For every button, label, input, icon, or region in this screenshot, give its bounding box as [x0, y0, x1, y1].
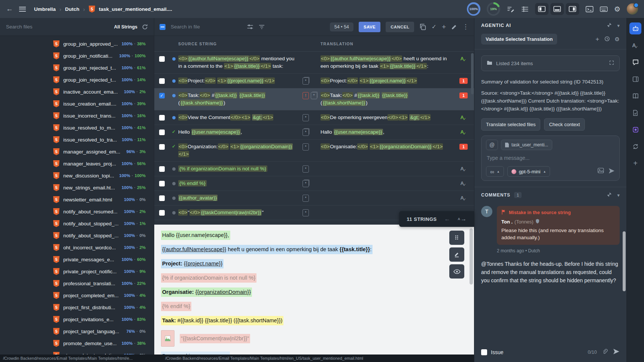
file-list-item[interactable]: 5issue_creation_email....100%·39% — [0, 98, 154, 110]
breadcrumb-file[interactable]: task_user_mentioned_email.... — [99, 6, 172, 12]
attach-paperclip-icon[interactable] — [602, 349, 608, 356]
alert-icon[interactable]: ! — [303, 92, 309, 99]
translate-selected-files-button[interactable]: Translate selected files — [481, 118, 540, 131]
source-string-cell[interactable]: <0>Organization:</0> <1>{{organizationDo… — [178, 143, 303, 158]
string-row[interactable]: <0>View the Comment</0><1> &gt;</1>*<0>D… — [154, 110, 474, 125]
new-chat-icon[interactable]: + — [596, 36, 599, 42]
source-string-cell[interactable]: {% if organizationDomain is not null %} — [178, 165, 303, 173]
file-list-item[interactable]: 5notify_about_resumed...100%·2% — [0, 206, 154, 217]
file-list-item[interactable]: 5project_target_languag...76%·0% — [0, 325, 154, 337]
context-multi-icon[interactable]: * — [303, 77, 309, 85]
file-list-item[interactable]: 5private_project_notific...100%·9% — [0, 265, 154, 277]
chevron-down-icon[interactable]: ▾ — [617, 192, 620, 198]
keyboard-icon[interactable] — [600, 6, 608, 12]
side-panel-icon[interactable] — [629, 73, 641, 85]
cancel-button[interactable]: CANCEL — [386, 22, 414, 32]
check-context-button[interactable]: Check context — [544, 118, 584, 131]
layout-bottom-panel-icon[interactable] — [550, 3, 564, 15]
comments-panel-icon[interactable] — [629, 56, 641, 68]
file-list-item[interactable]: 5project_invitations_e...100%·83% — [0, 313, 154, 325]
file-list-item[interactable]: 5new_strings_email.ht...100%·25% — [0, 182, 154, 194]
copy-source-icon[interactable] — [419, 24, 426, 30]
string-checkbox[interactable] — [159, 144, 165, 150]
context-icon[interactable]: * — [303, 209, 309, 216]
edit-pencil-icon[interactable] — [451, 24, 457, 30]
file-list-item[interactable]: 5group_join_approved_...100%·38% — [0, 38, 154, 50]
string-checkbox[interactable] — [159, 195, 165, 201]
table-view-icon[interactable] — [521, 6, 529, 12]
source-string-cell[interactable]: <0>{{author.fullName|escape}}</0> mentio… — [178, 55, 303, 70]
string-row[interactable]: {% endif %}*A✓ — [154, 176, 474, 191]
string-row[interactable]: <0>{{author.fullName|escape}}</0> mentio… — [154, 52, 474, 74]
file-list-item[interactable]: 5new_discussion_topi...100%·100% — [0, 170, 154, 182]
string-row[interactable]: ✓Hello {{user.name|escape}},*Hallo {{use… — [154, 125, 474, 140]
file-list-item[interactable]: 5newsletter_email.html100%·0% — [0, 194, 154, 206]
preview-edit-icon[interactable] — [449, 247, 464, 262]
source-string-cell[interactable]: <0>Project:</0> <1>{{project.name}}</1> — [178, 77, 303, 85]
string-checkbox[interactable] — [159, 181, 165, 186]
string-row[interactable]: ✓<0>Task:</0> #{{task.id}} {{task.title}… — [154, 88, 474, 110]
file-list-item[interactable]: 5promote_demote_use...100%·38% — [0, 337, 154, 349]
submit-comment-icon[interactable] — [613, 348, 620, 356]
display-settings-icon[interactable] — [247, 24, 253, 30]
more-options-icon[interactable]: ⋮ — [462, 24, 469, 30]
sync-tm-icon[interactable] — [629, 140, 641, 152]
file-list-item[interactable]: 5group_join_rejected_t...100%·14% — [0, 74, 154, 86]
approved-progress-ring[interactable]: 19% — [487, 2, 500, 16]
next-untranslated-icon[interactable]: A→ — [458, 216, 467, 222]
select-all-checkbox[interactable] — [160, 24, 165, 30]
string-row[interactable]: {% if organizationDomain is not null %}*… — [154, 162, 474, 176]
mention-button[interactable]: @ — [486, 140, 498, 150]
chevron-down-icon[interactable]: ▾ — [617, 23, 620, 28]
string-checkbox[interactable] — [159, 210, 165, 216]
back-icon[interactable]: ← — [6, 5, 13, 13]
string-checkbox[interactable] — [159, 166, 165, 172]
translated-progress-ring[interactable]: 100% — [467, 2, 480, 16]
issue-count-badge[interactable]: 1 — [459, 78, 468, 84]
translations-icon[interactable]: A✓ — [629, 39, 641, 51]
approve-check-icon[interactable]: ✓ — [431, 24, 436, 30]
file-list-item[interactable]: 5inactive_account_ema...100%·2% — [0, 86, 154, 98]
strings-filter-dropdown[interactable]: All Strings — [114, 24, 137, 30]
add-panel-icon[interactable]: + — [629, 157, 641, 169]
context-multi-icon[interactable]: * — [303, 180, 309, 187]
issue-checkbox[interactable] — [481, 349, 487, 355]
source-string-cell[interactable]: <0>Task:</0> #{{task.id}} {{task.title}}… — [178, 92, 303, 107]
context-icon[interactable]: * — [303, 143, 309, 150]
translation-cell[interactable]: <0>Organisatie:</0> <1>{{organizationDom… — [321, 143, 453, 150]
settings-gear-icon[interactable]: ⚙ — [614, 6, 620, 13]
file-list-item[interactable]: 5notify_about_stopped_...100%·1% — [0, 217, 154, 229]
file-list-item[interactable]: 5group_join_rejected_t...100%·61% — [0, 62, 154, 74]
attached-file-chip[interactable]: task_user_menti... — [501, 140, 552, 150]
string-row[interactable]: ✓<0>Organization:</0> <1>{{organizationD… — [154, 140, 474, 162]
edit-lines-icon[interactable] — [507, 6, 515, 12]
file-check-icon[interactable] — [629, 107, 641, 119]
file-list-item[interactable]: 5issue_resolved_to_tra...100%·11% — [0, 134, 154, 146]
file-list-item[interactable]: 5professional_translati...100%·22% — [0, 277, 154, 289]
refresh-icon[interactable] — [142, 24, 148, 30]
agentic-ai-icon[interactable] — [629, 22, 641, 34]
context-mode-chip[interactable]: ∞▲ — [486, 166, 504, 177]
previous-string-icon[interactable]: ← — [444, 216, 450, 222]
source-string-cell[interactable]: {{author_avatar}} — [178, 194, 303, 202]
layout-right-panel-icon[interactable] — [566, 3, 579, 15]
translation-cell[interactable]: <0>{{author.fullName|escape}}</0> heeft … — [321, 55, 453, 70]
strings-scrollbar[interactable] — [471, 53, 474, 210]
add-string-icon[interactable]: + — [442, 23, 446, 30]
file-list-item[interactable]: 5project_first_distributi...100%·4% — [0, 301, 154, 313]
issue-count-badge[interactable]: 1 — [459, 144, 468, 150]
source-string-cell[interactable]: {% endif %} — [178, 180, 303, 187]
string-checkbox[interactable] — [159, 115, 165, 121]
search-in-file-input[interactable] — [171, 24, 233, 30]
file-list-item[interactable]: 5group_join_notificati...100%·100% — [0, 50, 154, 62]
chat-message-input[interactable] — [486, 150, 615, 166]
terminal-icon[interactable] — [586, 6, 593, 12]
history-icon[interactable] — [604, 36, 610, 43]
breadcrumb-project[interactable]: Umbrella — [34, 6, 56, 12]
translation-cell[interactable]: Hallo {{user.name|escape}}, — [321, 128, 453, 136]
string-row[interactable]: <0>Project:</0> <1>{{project.name}}</1>*… — [154, 74, 474, 88]
breadcrumb-language[interactable]: Dutch — [65, 6, 79, 12]
filter-icon[interactable] — [259, 24, 265, 30]
source-string-cell[interactable]: <0>"</0>{{taskComment|raw|nl2br}}" — [178, 209, 303, 216]
comment-draft-text[interactable]: @Tonnes Thanks for the heads-up. Before … — [474, 253, 626, 285]
